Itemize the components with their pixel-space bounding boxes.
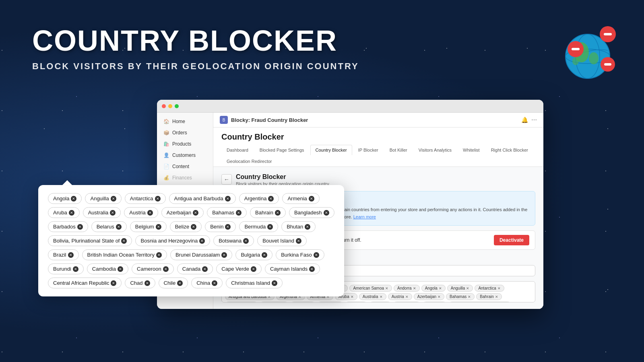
country-tag[interactable]: Bhutan ✕: [422, 302, 447, 302]
popup-tag-australia[interactable]: Australia ✕: [83, 207, 121, 218]
sidebar-item-content[interactable]: 📄 Content: [157, 161, 213, 172]
popup-tag-belize[interactable]: Belize ✕: [170, 221, 202, 232]
popup-tag-bermuda[interactable]: Bermuda ✕: [239, 221, 278, 232]
popup-tag-brunei[interactable]: Brunei Darussalam ✕: [170, 249, 233, 260]
sidebar-item-customers[interactable]: 👤 Customers: [157, 150, 213, 161]
close-aruba[interactable]: ✕: [69, 210, 74, 216]
tab-blocked-page-settings[interactable]: Blocked Page Settings: [254, 145, 310, 155]
tab-right-click-blocker[interactable]: Right Click Blocker: [486, 145, 533, 155]
popup-tag-burundi[interactable]: Burundi ✕: [48, 263, 84, 274]
popup-tag-cape-verde[interactable]: Cape Verde ✕: [216, 263, 262, 274]
close-christmas[interactable]: ✕: [272, 280, 277, 286]
close-angola[interactable]: ✕: [71, 196, 76, 202]
close-azerbaijan[interactable]: ✕: [193, 210, 198, 216]
popup-tag-bosnia[interactable]: Bosnia and Herzegovina ✕: [135, 235, 210, 246]
popup-tag-cameroon[interactable]: Cameroon ✕: [132, 263, 174, 274]
popup-tag-armenia[interactable]: Armenia ✕: [282, 193, 319, 204]
country-tag[interactable]: American Samoa ✕: [349, 285, 392, 292]
close-australia[interactable]: ✕: [110, 210, 116, 216]
close-china[interactable]: ✕: [212, 280, 217, 286]
popup-tag-bangladesh[interactable]: Bangladesh ✕: [289, 207, 334, 218]
close-burkina[interactable]: ✕: [314, 252, 319, 258]
browser-maximize-dot[interactable]: [175, 104, 179, 108]
close-antarctica[interactable]: ✕: [155, 196, 161, 202]
popup-tag-azerbaijan[interactable]: Azerbaijan ✕: [161, 207, 204, 218]
popup-tag-british-indian[interactable]: British Indian Ocean Territory ✕: [82, 249, 167, 260]
popup-tag-barbados[interactable]: Barbados ✕: [48, 221, 88, 232]
country-tag[interactable]: Azerbaijan ✕: [414, 293, 444, 300]
popup-tag-angola[interactable]: Angola ✕: [48, 193, 82, 204]
close-belize[interactable]: ✕: [191, 224, 196, 230]
close-bulgaria[interactable]: ✕: [262, 252, 267, 258]
close-canada[interactable]: ✕: [202, 266, 208, 272]
country-tag[interactable]: Belgium ✕: [317, 302, 343, 302]
country-tag[interactable]: Angola ✕: [421, 285, 446, 292]
popup-tag-antarctica[interactable]: Antarctica ✕: [125, 193, 166, 204]
close-bangladesh[interactable]: ✕: [324, 210, 329, 216]
popup-tag-belgium[interactable]: Belgium ✕: [130, 221, 167, 232]
country-tag[interactable]: Bolivia, Plurinational State of ✕: [448, 302, 511, 302]
close-barbados[interactable]: ✕: [77, 224, 83, 230]
popup-tag-cambodia[interactable]: Cambodia ✕: [87, 263, 128, 274]
close-antigua[interactable]: ✕: [225, 196, 231, 202]
tab-ip-blocker[interactable]: IP Blocker: [353, 145, 384, 155]
popup-tag-chad[interactable]: Chad ✕: [125, 278, 155, 288]
close-bermuda[interactable]: ✕: [267, 224, 273, 230]
popup-tag-bhutan[interactable]: Bhutan ✕: [281, 221, 316, 232]
popup-tag-belarus[interactable]: Belarus ✕: [91, 221, 127, 232]
country-tag[interactable]: Antarctica ✕: [475, 285, 504, 292]
sidebar-item-products[interactable]: 🛍️ Products: [157, 138, 213, 150]
country-tag[interactable]: Bermuda ✕: [393, 302, 421, 302]
close-chad[interactable]: ✕: [144, 280, 150, 286]
close-chile[interactable]: ✕: [177, 280, 183, 286]
close-bolivia[interactable]: ✕: [121, 238, 127, 244]
popup-tag-canada[interactable]: Canada ✕: [177, 263, 213, 274]
close-bosnia[interactable]: ✕: [199, 238, 205, 244]
close-belgium[interactable]: ✕: [156, 224, 161, 230]
close-cameroon[interactable]: ✕: [163, 266, 169, 272]
country-tag[interactable]: Australia ✕: [359, 293, 386, 300]
popup-tag-argentina[interactable]: Argentina ✕: [239, 193, 279, 204]
country-tag[interactable]: Bangladesh ✕: [225, 302, 258, 302]
popup-tag-benin[interactable]: Benin ✕: [205, 221, 236, 232]
browser-minimize-dot[interactable]: [168, 104, 172, 108]
country-tag[interactable]: Belize ✕: [345, 302, 367, 302]
close-brunei[interactable]: ✕: [221, 252, 227, 258]
close-botswana[interactable]: ✕: [243, 238, 249, 244]
popup-tag-christmas[interactable]: Christmas Island ✕: [226, 278, 283, 288]
close-cape-verde[interactable]: ✕: [251, 266, 256, 272]
sidebar-item-home[interactable]: 🏠 Home: [157, 116, 213, 127]
close-cayman[interactable]: ✕: [309, 266, 315, 272]
close-bahrain[interactable]: ✕: [275, 210, 281, 216]
close-benin[interactable]: ✕: [225, 224, 231, 230]
tab-visitors-analytics[interactable]: Visitors Analytics: [413, 145, 457, 155]
popup-tag-china[interactable]: China ✕: [191, 278, 223, 288]
browser-close-dot[interactable]: [162, 104, 166, 108]
close-bhutan[interactable]: ✕: [305, 224, 310, 230]
close-bahamas[interactable]: ✕: [236, 210, 242, 216]
menu-icon[interactable]: ⋯: [531, 117, 537, 123]
tab-bot-killer[interactable]: Bot Killer: [384, 145, 413, 155]
tab-geolocation-redirector[interactable]: Geolocation Redirector: [221, 156, 277, 167]
close-austria[interactable]: ✕: [147, 210, 153, 216]
popup-tag-anguilla[interactable]: Anguilla ✕: [85, 193, 121, 204]
popup-tag-bahrain[interactable]: Bahrain ✕: [250, 207, 286, 218]
tab-country-blocker[interactable]: Country Blocker: [310, 145, 352, 155]
close-cambodia[interactable]: ✕: [118, 266, 123, 272]
back-button[interactable]: ←: [221, 174, 232, 185]
popup-tag-antigua[interactable]: Antigua and Barbuda ✕: [169, 193, 236, 204]
popup-tag-bolivia[interactable]: Bolivia, Plurinational State of ✕: [48, 235, 132, 246]
country-tag[interactable]: Barbados ✕: [260, 302, 289, 302]
sidebar-item-orders[interactable]: 📦 Orders: [157, 127, 213, 138]
popup-tag-bulgaria[interactable]: Bulgaria ✕: [235, 249, 272, 260]
country-tag[interactable]: Benin ✕: [369, 302, 391, 302]
popup-tag-cayman[interactable]: Cayman Islands ✕: [265, 263, 320, 274]
close-anguilla[interactable]: ✕: [111, 196, 116, 202]
deactivate-button[interactable]: Deactivate: [494, 235, 529, 245]
close-central-african[interactable]: ✕: [111, 280, 116, 286]
popup-tag-aruba[interactable]: Aruba ✕: [48, 207, 80, 218]
country-tag[interactable]: Andorra ✕: [394, 285, 420, 292]
close-belarus[interactable]: ✕: [116, 224, 122, 230]
close-british-indian[interactable]: ✕: [156, 252, 162, 258]
popup-tag-botswana[interactable]: Botswana ✕: [213, 235, 254, 246]
